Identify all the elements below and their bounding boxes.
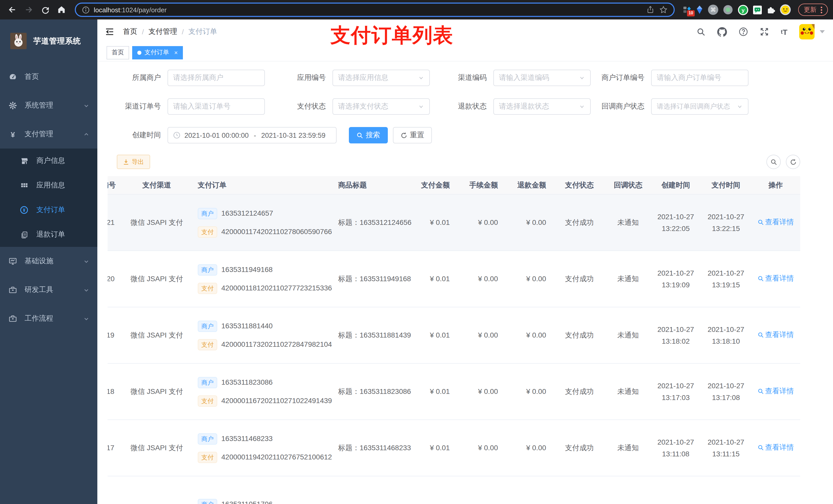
- sidebar-item-app-info[interactable]: 应用信息: [0, 173, 97, 198]
- cell-notify-status: 未通知: [605, 442, 651, 454]
- url-text[interactable]: localhost:1024/pay/order: [94, 6, 641, 14]
- extension-grid-icon[interactable]: 10: [683, 6, 691, 14]
- cell-id: 117: [108, 442, 124, 454]
- close-icon[interactable]: ×: [174, 49, 178, 56]
- channel-pay-no: 4200001167202110271022491439: [221, 395, 332, 407]
- channel-code-select[interactable]: 请输入渠道编码: [493, 70, 591, 86]
- logo-rabbit-image: [10, 33, 27, 49]
- merchant-tag: 商户: [198, 264, 217, 275]
- fullscreen-icon[interactable]: [760, 27, 769, 37]
- share-icon[interactable]: [646, 6, 654, 14]
- breadcrumb-payment[interactable]: 支付管理: [148, 27, 177, 37]
- sidebar-item-dev-tools[interactable]: 研发工具: [0, 275, 97, 304]
- user-avatar[interactable]: [799, 24, 814, 40]
- breadcrumb-separator: /: [182, 28, 184, 36]
- extension-gem-icon[interactable]: [696, 5, 704, 14]
- browser-forward-button[interactable]: [22, 3, 36, 17]
- sidebar-item-infrastructure[interactable]: 基础设施: [0, 247, 97, 275]
- breadcrumb-home[interactable]: 首页: [123, 27, 137, 37]
- cell-notify-status: 未通知: [605, 386, 651, 398]
- search-icon[interactable]: [697, 27, 706, 36]
- sidebar-item-system[interactable]: 系统管理: [0, 91, 97, 120]
- channel-order-no-input[interactable]: 请输入渠道订单号: [168, 98, 265, 115]
- cell-notify-status: 未通知: [605, 217, 651, 229]
- breadcrumb-current: 支付订单: [189, 27, 217, 37]
- address-bar[interactable]: localhost:1024/pay/order: [75, 3, 675, 17]
- pay-status-select[interactable]: 请选择支付状态: [332, 98, 430, 115]
- merchant-select[interactable]: 请选择所属商户: [168, 70, 265, 86]
- extension-recorder-icon[interactable]: [723, 5, 733, 15]
- col-header-fee: 手续金额: [457, 179, 505, 191]
- filter-label: 支付状态: [265, 102, 332, 111]
- view-detail-link[interactable]: 查看详情: [757, 385, 794, 397]
- sidebar: 芋道管理系统 首页 系统管理 ¥ 支付管理: [0, 20, 97, 504]
- table-row: 120 微信 JSAPI 支付 商户1635311949168 支付420000…: [108, 251, 800, 307]
- help-icon[interactable]: [739, 27, 748, 37]
- cell-title: 标题：1635312124656: [329, 217, 415, 229]
- tab-label: 支付订单: [144, 48, 169, 57]
- merchant-order-no-input[interactable]: 请输入商户订单编号: [651, 70, 748, 86]
- cell-channel: 微信 JSAPI 支付: [124, 386, 190, 398]
- extension-chat-icon[interactable]: [753, 5, 762, 14]
- gear-icon: [9, 101, 17, 110]
- site-info-icon[interactable]: [82, 6, 90, 14]
- browser-home-button[interactable]: [54, 3, 69, 17]
- chevron-down-icon: [820, 30, 825, 33]
- cell-pay-status: 支付成功: [553, 217, 605, 229]
- pay-tag: 支付: [198, 395, 217, 406]
- font-size-icon[interactable]: tT: [781, 27, 787, 36]
- chevron-down-icon: [84, 316, 89, 321]
- screen: localhost:1024/pay/order 10 ⌘ y: [0, 0, 833, 504]
- sidebar-item-home[interactable]: 首页: [0, 63, 97, 91]
- extensions-puzzle-icon[interactable]: [766, 5, 775, 14]
- search-button[interactable]: 搜索: [349, 127, 388, 143]
- browser-menu-icon[interactable]: [821, 6, 822, 13]
- github-icon[interactable]: [717, 27, 727, 37]
- tab-home[interactable]: 首页: [106, 46, 129, 59]
- view-detail-link[interactable]: 查看详情: [757, 273, 794, 285]
- view-detail-link[interactable]: 查看详情: [757, 216, 794, 228]
- notify-status-select[interactable]: 请选择订单回调商户状态: [651, 98, 748, 115]
- chevron-down-icon: [737, 103, 743, 110]
- refresh-button[interactable]: [786, 155, 800, 169]
- sidebar-item-label: 应用信息: [37, 181, 65, 190]
- export-button[interactable]: 导出: [117, 155, 150, 169]
- pay-tag: 支付: [198, 226, 217, 237]
- create-time-range-picker[interactable]: 2021-10-01 00:00:00 - 2021-10-31 23:59:5…: [168, 127, 337, 143]
- sidebar-item-refund-order[interactable]: 退款订单: [0, 222, 97, 247]
- toggle-search-button[interactable]: [766, 155, 781, 169]
- profile-avatar-icon[interactable]: [780, 4, 791, 15]
- yen-circle-icon: ¥: [20, 206, 28, 214]
- bookmark-star-icon[interactable]: [659, 6, 668, 14]
- browser-reload-button[interactable]: [38, 3, 52, 17]
- table-toolbar: 导出: [108, 155, 800, 169]
- cell-channel: 微信 JSAPI 支付: [124, 217, 190, 229]
- extension-y-icon[interactable]: y: [738, 4, 748, 15]
- refund-status-select[interactable]: 请选择退款状态: [493, 98, 591, 115]
- merchant-tag: 商户: [198, 499, 217, 504]
- extension-command-icon[interactable]: ⌘: [708, 5, 718, 15]
- table-row: 商户1635311051706: [108, 476, 800, 504]
- monitor-chart-icon: [9, 257, 17, 265]
- browser-back-button[interactable]: [5, 3, 20, 17]
- view-detail-link[interactable]: 查看详情: [757, 442, 794, 454]
- yen-icon: ¥: [9, 130, 17, 138]
- sidebar-item-merchant-info[interactable]: 商户信息: [0, 148, 97, 173]
- cell-pay-time: 2021-10-2713:11:15: [701, 436, 751, 460]
- sidebar-item-pay-order[interactable]: ¥ 支付订单: [0, 198, 97, 222]
- tab-pay-order[interactable]: 支付订单 ×: [132, 46, 183, 59]
- sidebar-item-workflow[interactable]: 工作流程: [0, 304, 97, 333]
- sidebar-collapse-icon[interactable]: [103, 26, 116, 38]
- view-detail-link[interactable]: 查看详情: [757, 329, 794, 341]
- browser-update-button[interactable]: 更新: [798, 4, 828, 16]
- sidebar-item-payment[interactable]: ¥ 支付管理: [0, 120, 97, 148]
- merchant-tag: 商户: [198, 377, 217, 388]
- app-select[interactable]: 请选择应用信息: [332, 70, 430, 86]
- cell-pay-status: 支付成功: [553, 386, 605, 398]
- cell-refund: ¥ 0.00: [505, 386, 553, 398]
- user-menu[interactable]: [799, 24, 825, 40]
- cell-create-time: 2021-10-2713:11:08: [651, 436, 701, 460]
- reset-button[interactable]: 重置: [393, 127, 432, 143]
- merchant-order-no: 1635311468233: [221, 433, 272, 445]
- briefcase-icon: [9, 286, 17, 294]
